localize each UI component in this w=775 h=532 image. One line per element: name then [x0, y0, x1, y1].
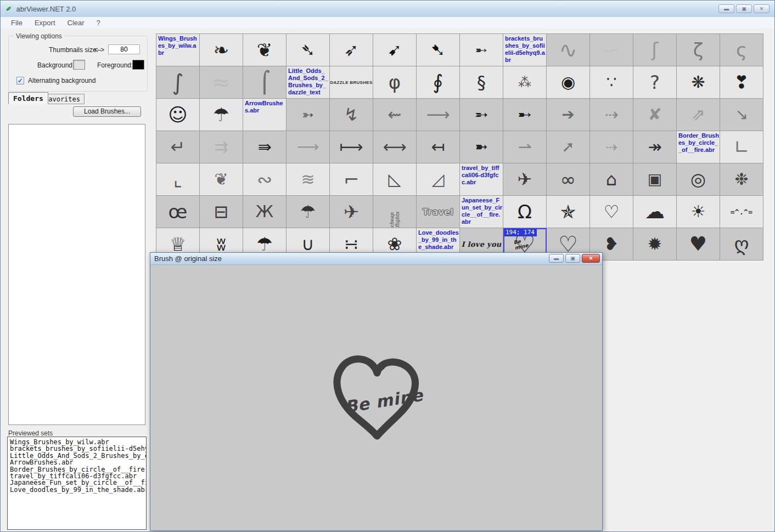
minimize-button[interactable]: ▬: [718, 4, 734, 13]
brush-thumbnail[interactable]: ➸: [503, 99, 547, 131]
brush-set-label[interactable]: Little_Odds_And_Sods_2_Brushes_by_dazzle…: [287, 66, 330, 99]
close-button[interactable]: ✕: [754, 4, 770, 13]
brush-thumbnail[interactable]: ς: [720, 34, 763, 66]
brush-set-label[interactable]: brackets_brushes_by_sofiielii-d5ehyq9.ab…: [503, 34, 547, 66]
brush-thumbnail[interactable]: ➶: [330, 34, 373, 66]
brush-thumbnail[interactable]: Ω: [503, 196, 547, 228]
brush-thumbnail[interactable]: ↤: [417, 131, 460, 163]
brush-thumbnail[interactable]: ⇗: [677, 99, 720, 131]
menu-help[interactable]: ?: [91, 18, 106, 27]
brush-thumbnail[interactable]: ∞: [547, 163, 590, 196]
preview-window-title-bar[interactable]: Brush @ original size ▬ ▣ ✕: [150, 253, 602, 265]
brush-thumbnail[interactable]: ⌞: [156, 163, 200, 196]
brush-thumbnail[interactable]: ✈: [503, 163, 547, 196]
brush-thumbnail[interactable]: ✈: [330, 196, 373, 228]
brush-thumbnail[interactable]: ⇢: [590, 131, 633, 163]
brush-thumbnail[interactable]: ∮: [417, 66, 460, 99]
brush-thumbnail[interactable]: ➼: [460, 131, 503, 163]
brush-thumbnail[interactable]: ➔: [547, 99, 590, 131]
previewed-set-item[interactable]: ArrowBrushes.abr: [10, 459, 146, 466]
preview-minimize-button[interactable]: ▬: [549, 254, 564, 263]
brush-thumbnail[interactable]: ◎: [677, 163, 720, 196]
thumbnails-size-input[interactable]: [108, 44, 140, 54]
brush-thumbnail[interactable]: ⌂: [590, 163, 633, 196]
brush-thumbnail[interactable]: ➹: [373, 34, 417, 66]
brush-thumbnail[interactable]: ☺: [156, 99, 200, 131]
brush-thumbnail[interactable]: ʃ: [633, 34, 677, 66]
brush-thumbnail[interactable]: ?: [633, 66, 677, 99]
previewed-set-item[interactable]: brackets_brushes_by_sofiielii-d5ehyq9.ab…: [10, 445, 146, 452]
brush-set-label[interactable]: travel_by_tiffcali06-d3fgfcc.abr: [460, 163, 503, 196]
brush-thumbnail[interactable]: ☂: [200, 99, 243, 131]
brush-thumbnail[interactable]: ➳: [287, 99, 330, 131]
brush-thumbnail[interactable]: ⊟: [200, 196, 243, 228]
brush-thumbnail[interactable]: ◿: [417, 163, 460, 196]
brush-thumbnail[interactable]: ❦: [243, 34, 287, 66]
brush-thumbnail[interactable]: §: [460, 66, 503, 99]
brush-thumbnail[interactable]: ⟶: [287, 131, 330, 163]
menu-export[interactable]: Export: [29, 18, 61, 27]
brush-thumbnail[interactable]: ◉: [547, 66, 590, 99]
brush-thumbnail[interactable]: ∿: [547, 34, 590, 66]
folders-list[interactable]: [8, 124, 145, 425]
brush-thumbnail[interactable]: ∫: [156, 66, 200, 99]
brush-thumbnail[interactable]: ⟷: [373, 131, 417, 163]
brush-thumbnail[interactable]: ⇀: [503, 131, 547, 163]
foreground-swatch[interactable]: [132, 60, 144, 70]
brush-thumbnail[interactable]: cheap flights: [373, 196, 417, 228]
previewed-sets-list[interactable]: Wings_Brushes_by_wilw.abrbrackets_brushe…: [7, 437, 147, 530]
preview-close-button[interactable]: ✕: [582, 254, 600, 263]
brush-thumbnail[interactable]: Travel: [417, 196, 460, 228]
maximize-button[interactable]: ▣: [736, 4, 752, 13]
brush-thumbnail[interactable]: ✹: [633, 228, 677, 261]
brush-set-label[interactable]: ArrowBrushes.abr: [243, 99, 287, 131]
brush-thumbnail[interactable]: ❣: [720, 66, 763, 99]
background-swatch[interactable]: [73, 60, 85, 70]
brush-thumbnail[interactable]: ⇜: [373, 99, 417, 131]
brush-thumbnail[interactable]: ➴: [287, 34, 330, 66]
brush-thumbnail[interactable]: φ: [373, 66, 417, 99]
brush-thumbnail[interactable]: ⟼: [330, 131, 373, 163]
brush-thumbnail[interactable]: ☀: [677, 196, 720, 228]
brush-thumbnail[interactable]: ∽: [590, 34, 633, 66]
brush-set-label[interactable]: Wings_Brushes_by_wilw.abr: [156, 34, 200, 66]
brush-thumbnail[interactable]: ∟: [720, 131, 763, 163]
brush-thumbnail[interactable]: ❧: [200, 34, 243, 66]
brush-thumbnail[interactable]: ❋: [677, 66, 720, 99]
brush-thumbnail[interactable]: ✯: [547, 196, 590, 228]
brush-thumbnail[interactable]: Ж: [243, 196, 287, 228]
brush-thumbnail[interactable]: ↘: [720, 99, 763, 131]
brush-thumbnail[interactable]: ➚: [547, 131, 590, 163]
brush-thumbnail[interactable]: ღ: [720, 228, 763, 261]
brush-thumbnail[interactable]: ➸: [460, 34, 503, 66]
brush-thumbnail[interactable]: ∵: [590, 66, 633, 99]
brush-thumbnail[interactable]: ➵: [460, 99, 503, 131]
brush-thumbnail[interactable]: ⟶: [417, 99, 460, 131]
brush-thumbnail[interactable]: ≋: [287, 163, 330, 196]
title-bar[interactable]: ✒ abrViewer.NET 2.0 ▬ ▣ ✕: [1, 1, 774, 18]
brush-thumbnail[interactable]: ⌐: [330, 163, 373, 196]
brush-thumbnail[interactable]: ⇛: [243, 131, 287, 163]
brush-thumbnail[interactable]: ♥: [677, 228, 720, 261]
brush-thumbnail[interactable]: ⌠: [243, 66, 287, 99]
brush-thumbnail[interactable]: =^.^=: [720, 196, 763, 228]
brush-thumbnail[interactable]: ➷: [417, 34, 460, 66]
alternating-background-checkbox[interactable]: ✓: [16, 77, 24, 84]
brush-thumbnail[interactable]: ♡: [590, 196, 633, 228]
brush-thumbnail[interactable]: ▣: [633, 163, 677, 196]
menu-file[interactable]: File: [5, 18, 29, 27]
brush-thumbnail[interactable]: ✘: [633, 99, 677, 131]
menu-clear[interactable]: Clear: [61, 18, 91, 27]
preview-maximize-button[interactable]: ▣: [565, 254, 580, 263]
brush-thumbnail[interactable]: ◺: [373, 163, 417, 196]
previewed-set-item[interactable]: Love_doodles_by_99_in_the_shade.abr: [10, 486, 146, 493]
brush-thumbnail[interactable]: ≈: [200, 66, 243, 99]
brush-thumbnail[interactable]: ⇢: [590, 99, 633, 131]
previewed-set-item[interactable]: Japaneese_Fun_set_by_circle__of__fire.ab…: [10, 479, 146, 486]
brush-set-label[interactable]: Japaneese_Fun_set_by_circle__of__fire.ab…: [460, 196, 503, 228]
brush-thumbnail[interactable]: ☁: [633, 196, 677, 228]
brush-thumbnail[interactable]: ❉: [720, 163, 763, 196]
brush-thumbnail[interactable]: DAZZLE BRUSHES: [330, 66, 373, 99]
brush-thumbnail[interactable]: ↯: [330, 99, 373, 131]
brush-thumbnail[interactable]: ζ: [677, 34, 720, 66]
